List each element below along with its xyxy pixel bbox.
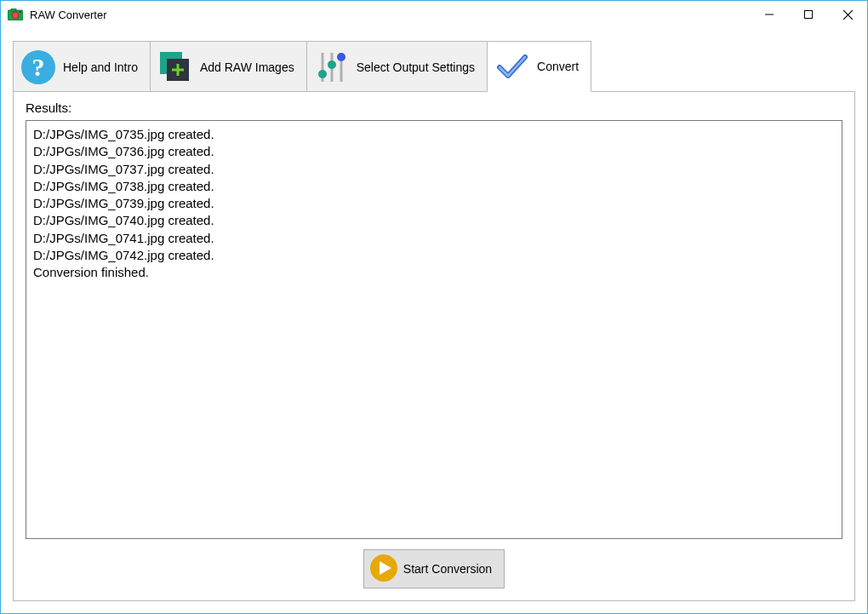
tab-strip: ? Help and Intro Add <box>13 40 855 91</box>
tab-convert[interactable]: Convert <box>487 41 591 92</box>
tab-label: Select Output Settings <box>357 60 475 74</box>
start-button-label: Start Conversion <box>403 562 492 576</box>
play-icon <box>369 554 398 585</box>
check-icon <box>494 49 530 84</box>
add-images-icon <box>157 49 193 85</box>
svg-point-19 <box>337 53 345 61</box>
svg-rect-1 <box>11 9 16 11</box>
tab-label: Help and Intro <box>63 60 138 74</box>
app-camera-icon <box>8 9 23 20</box>
help-icon: ? <box>20 49 56 85</box>
footer: Start Conversion <box>26 539 842 588</box>
window-title: RAW Converter <box>30 9 107 21</box>
tab-area: ? Help and Intro Add <box>13 40 855 601</box>
minimize-button[interactable] <box>750 1 789 28</box>
svg-point-2 <box>12 12 19 19</box>
results-textarea[interactable]: D:/JPGs/IMG_0735.jpg created. D:/JPGs/IM… <box>26 120 842 539</box>
tab-add-images[interactable]: Add RAW Images <box>150 41 307 92</box>
tab-output-settings[interactable]: Select Output Settings <box>306 41 488 92</box>
maximize-button[interactable] <box>789 1 828 28</box>
results-label: Results: <box>26 100 842 115</box>
window-controls <box>750 1 867 28</box>
tab-label: Add RAW Images <box>200 60 294 74</box>
body: ? Help and Intro Add <box>1 28 867 613</box>
start-conversion-button[interactable]: Start Conversion <box>363 549 505 588</box>
titlebar: RAW Converter <box>1 1 867 28</box>
svg-point-18 <box>328 60 336 69</box>
close-button[interactable] <box>828 1 867 28</box>
svg-point-17 <box>318 70 327 78</box>
svg-rect-3 <box>20 11 22 13</box>
window: RAW Converter ? <box>0 0 868 614</box>
tab-page-convert: Results: D:/JPGs/IMG_0735.jpg created. D… <box>13 91 855 601</box>
sliders-icon <box>314 49 350 85</box>
svg-rect-5 <box>805 11 813 19</box>
tab-label: Convert <box>537 60 579 73</box>
svg-text:?: ? <box>32 53 45 81</box>
tab-help[interactable]: ? Help and Intro <box>13 41 151 92</box>
